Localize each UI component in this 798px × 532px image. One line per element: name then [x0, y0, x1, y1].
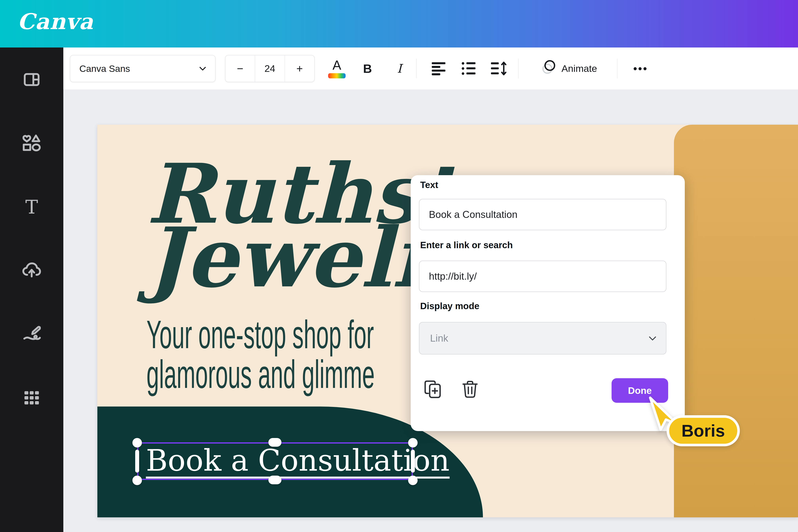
collaborator-name-badge: Boris: [667, 415, 740, 446]
bulleted-list-icon: [460, 60, 477, 77]
sidebar-item-draw[interactable]: [0, 315, 63, 354]
animate-icon: [540, 59, 559, 78]
bulleted-list-button[interactable]: [459, 48, 478, 90]
sidebar-item-elements[interactable]: [0, 124, 63, 163]
design-panels-icon: [23, 71, 40, 89]
link-field-label: Enter a link or search: [420, 240, 513, 250]
italic-button[interactable]: I: [390, 48, 409, 90]
display-mode-select[interactable]: Link: [419, 322, 666, 355]
font-selector-value: Canva Sans: [79, 63, 130, 74]
toolbar-divider: [416, 59, 417, 78]
link-text-input[interactable]: [419, 199, 666, 230]
apps-grid-icon: [23, 390, 40, 407]
bold-button[interactable]: B: [357, 48, 378, 90]
selection-handle-top-center[interactable]: [268, 438, 282, 447]
delete-link-button[interactable]: [459, 378, 481, 400]
text-icon: T: [25, 197, 38, 216]
animate-button[interactable]: Animate: [529, 48, 608, 90]
toolbar-divider: [518, 59, 518, 78]
selection-handle-bottom-center[interactable]: [268, 476, 282, 484]
app-header: Canva: [0, 0, 798, 48]
font-size-stepper: − 24 +: [225, 48, 315, 90]
font-size-value[interactable]: 24: [255, 55, 285, 82]
design-body-line2[interactable]: glamorous and glimme: [147, 355, 375, 394]
chevron-down-icon: [198, 64, 207, 73]
duplicate-link-button[interactable]: [422, 378, 444, 400]
chevron-down-icon: [647, 333, 658, 343]
more-options-button[interactable]: •••: [630, 48, 651, 90]
font-selector[interactable]: Canva Sans: [70, 48, 215, 90]
text-color-button[interactable]: A: [325, 48, 349, 90]
selection-handle-bottom-left[interactable]: [132, 476, 142, 485]
toolbar-divider: [617, 59, 618, 78]
link-url-input[interactable]: [419, 261, 666, 292]
selection-handle-left[interactable]: [135, 450, 139, 473]
trash-icon: [461, 380, 479, 398]
selection-handle-bottom-right[interactable]: [408, 476, 418, 485]
selection-handle-right[interactable]: [411, 450, 415, 473]
font-size-increase-button[interactable]: +: [285, 55, 314, 82]
cloud-upload-icon: [22, 261, 41, 281]
link-popup: Text Enter a link or search Display mode…: [411, 175, 685, 431]
sidebar-item-text[interactable]: T: [0, 187, 63, 227]
selection-handle-top-left[interactable]: [132, 438, 142, 448]
align-left-icon: [430, 60, 447, 77]
sidebar-item-design[interactable]: [0, 60, 63, 100]
display-mode-label: Display mode: [420, 301, 479, 311]
text-field-label: Text: [420, 179, 438, 190]
line-spacing-icon: [490, 60, 508, 77]
sidebar: T: [0, 48, 63, 532]
font-size-decrease-button[interactable]: −: [225, 55, 255, 82]
canva-logo[interactable]: Canva: [17, 9, 93, 34]
selection-box: [137, 442, 413, 480]
text-color-icon: A: [332, 59, 341, 72]
line-spacing-button[interactable]: [489, 48, 509, 90]
selection-handle-top-right[interactable]: [408, 438, 418, 448]
shapes-icon: [22, 134, 41, 153]
design-body-line1[interactable]: Your one-stop shop for: [147, 315, 374, 354]
canva-editor: Canva T: [0, 0, 798, 532]
text-toolbar: Canva Sans − 24 + A B I: [63, 48, 798, 90]
sidebar-item-uploads[interactable]: [0, 251, 63, 290]
draw-pen-icon: [22, 325, 41, 344]
tan-background-shape[interactable]: [674, 125, 798, 517]
rainbow-swatch: [328, 73, 346, 78]
sidebar-item-apps[interactable]: [0, 378, 63, 418]
alignment-button[interactable]: [429, 48, 449, 90]
display-mode-value: Link: [430, 332, 448, 344]
animate-label: Animate: [562, 63, 597, 74]
duplicate-icon: [423, 380, 442, 399]
